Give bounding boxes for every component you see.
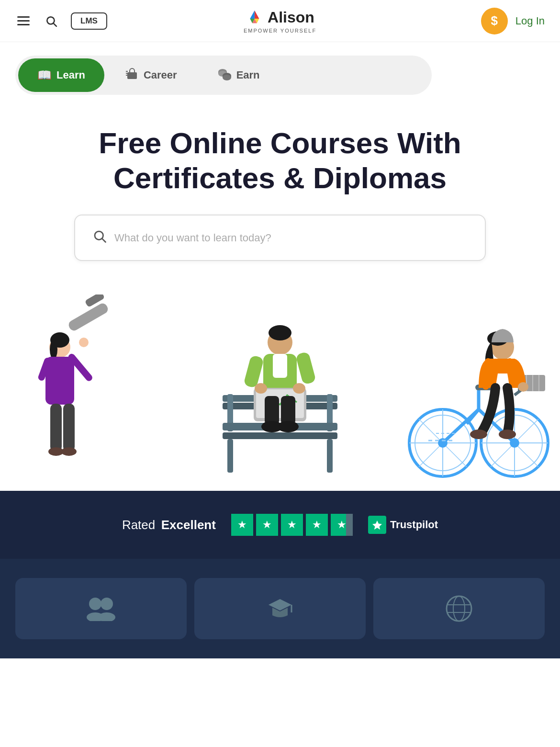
svg-rect-48 <box>295 351 316 385</box>
svg-marker-91 <box>372 521 382 530</box>
rated-text: Rated Excellent <box>122 518 216 532</box>
svg-rect-53 <box>265 396 279 425</box>
tab-earn-label: Earn <box>236 69 260 81</box>
svg-rect-30 <box>63 404 75 452</box>
svg-point-17 <box>223 75 231 80</box>
svg-marker-6 <box>250 10 255 18</box>
svg-point-52 <box>293 383 305 394</box>
header-left: LMS <box>15 12 107 30</box>
svg-point-87 <box>470 430 487 439</box>
tab-learn[interactable]: 📖 Learn <box>18 58 104 92</box>
stat-courses <box>194 578 366 639</box>
stat-global <box>373 578 545 639</box>
dollar-icon: $ <box>491 13 498 28</box>
tab-learn-label: Learn <box>56 69 85 81</box>
earn-icon <box>217 67 232 83</box>
hero-section: Free Online Courses With Certificates & … <box>0 106 560 271</box>
svg-point-97 <box>447 596 471 621</box>
svg-rect-41 <box>227 394 233 423</box>
svg-point-44 <box>269 325 291 340</box>
hero-title: Free Online Courses With Certificates & … <box>65 125 495 195</box>
svg-point-56 <box>278 421 299 432</box>
trustpilot-text: Trustpilot <box>390 519 438 531</box>
svg-rect-36 <box>327 439 333 473</box>
svg-line-1 <box>54 23 56 26</box>
logo-tagline: EMPOWER YOURSELF <box>244 28 316 34</box>
learn-icon: 📖 <box>37 68 52 82</box>
courses-icon <box>265 593 295 624</box>
svg-point-32 <box>61 447 77 456</box>
star-5-half: ★ <box>331 514 353 536</box>
currency-button[interactable]: $ <box>481 8 508 34</box>
search-bar[interactable]: What do you want to learn today? <box>74 215 486 261</box>
trustpilot-icon <box>368 516 386 534</box>
svg-rect-35 <box>227 439 233 473</box>
search-bar-icon <box>92 229 107 247</box>
hamburger-menu-icon[interactable] <box>15 14 32 27</box>
search-icon[interactable] <box>45 15 57 27</box>
logo-name: Alison <box>268 9 314 26</box>
trust-banner: Rated Excellent ★ ★ ★ ★ ★ Trustpilot <box>0 491 560 559</box>
career-icon <box>125 68 139 83</box>
nav-tabs-container: 📖 Learn Career <box>0 42 560 106</box>
stat-learners <box>15 578 187 639</box>
tab-career[interactable]: Career <box>106 58 196 92</box>
illustration-area <box>0 280 560 491</box>
learners-icon <box>86 593 116 624</box>
svg-rect-54 <box>281 396 295 425</box>
search-input-placeholder: What do you want to learn today? <box>114 232 271 244</box>
illustration-person2 <box>208 304 352 486</box>
nav-tabs: 📖 Learn Career <box>15 56 432 95</box>
svg-marker-3 <box>255 10 259 18</box>
svg-point-28 <box>79 338 89 347</box>
svg-rect-42 <box>327 394 333 423</box>
star-1: ★ <box>231 514 253 536</box>
svg-rect-29 <box>50 404 62 452</box>
login-button[interactable]: Log In <box>515 15 545 27</box>
logo-icon <box>246 9 264 27</box>
svg-point-24 <box>50 340 57 359</box>
svg-point-93 <box>101 598 113 610</box>
svg-point-98 <box>453 596 465 621</box>
star-2: ★ <box>256 514 278 536</box>
svg-line-85 <box>486 362 488 386</box>
tab-earn[interactable]: Earn <box>198 58 279 92</box>
svg-point-51 <box>255 383 267 394</box>
svg-point-86 <box>518 382 528 392</box>
illustration-person1 <box>10 294 124 476</box>
svg-rect-34 <box>223 432 337 439</box>
stats-row <box>0 559 560 658</box>
header: LMS Alison EMPOWER YOURSELF $ Log In <box>0 0 560 42</box>
logo: Alison EMPOWER YOURSELF <box>244 9 316 34</box>
global-icon <box>444 593 474 624</box>
svg-point-88 <box>499 430 516 439</box>
svg-rect-8 <box>127 72 137 79</box>
trustpilot-logo: Trustpilot <box>368 516 438 534</box>
logo-text: Alison <box>246 9 314 27</box>
svg-point-92 <box>89 598 101 610</box>
svg-rect-46 <box>273 354 287 378</box>
trustpilot-stars: ★ ★ ★ ★ ★ <box>231 514 353 536</box>
star-3: ★ <box>281 514 303 536</box>
header-right: $ Log In <box>481 8 545 34</box>
illustration-person3 <box>402 304 550 486</box>
svg-line-74 <box>467 409 479 424</box>
star-4: ★ <box>306 514 328 536</box>
lms-button[interactable]: LMS <box>71 12 107 30</box>
tab-career-label: Career <box>144 69 177 81</box>
svg-line-19 <box>102 239 106 242</box>
